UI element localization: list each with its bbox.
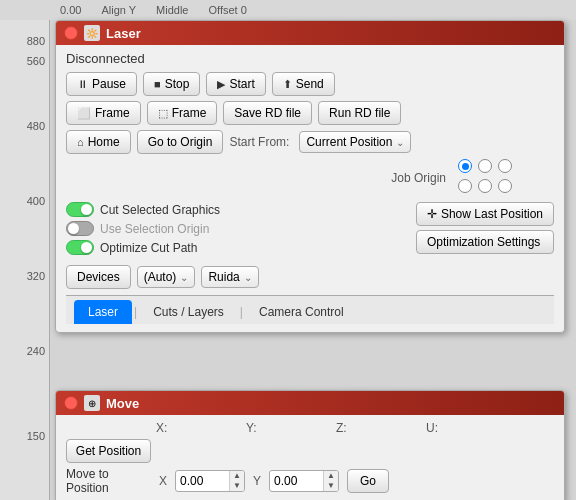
tab-laser[interactable]: Laser	[74, 300, 132, 324]
go-to-origin-button[interactable]: Go to Origin	[137, 130, 224, 154]
toggles-col: Cut Selected Graphics Use Selection Orig…	[66, 202, 408, 259]
ruler-label: 480	[27, 120, 45, 132]
ruler-label: 240	[27, 345, 45, 357]
start-from-select[interactable]: Current Position ⌄	[299, 131, 411, 153]
pause-button[interactable]: ⏸ Pause	[66, 72, 137, 96]
optimize-toggle-knob	[81, 242, 92, 253]
job-origin-radio-bot-mid[interactable]	[478, 179, 492, 193]
send-button[interactable]: ⬆ Send	[272, 72, 335, 96]
frame-button-row: ⬜ Frame ⬚ Frame Save RD file Run RD file	[66, 101, 554, 125]
job-origin-radio-top-left[interactable]	[458, 159, 472, 173]
move-to-position-label: Move to Position	[66, 467, 151, 495]
pause-icon: ⏸	[77, 78, 88, 90]
optimize-toggle-row: Optimize Cut Path	[66, 240, 408, 255]
x-move-input[interactable]: ▲ ▼	[175, 470, 245, 492]
laser-panel-icon: 🔆	[84, 25, 100, 41]
frame1-button[interactable]: ⬜ Frame	[66, 101, 141, 125]
y-move-arrows: ▲ ▼	[323, 471, 338, 491]
x-move-arrows: ▲ ▼	[229, 471, 244, 491]
move-titlebar: × ⊕ Move	[56, 391, 564, 415]
show-last-position-button[interactable]: ✛ Show Last Position	[416, 202, 554, 226]
x-move-label: X	[159, 474, 167, 488]
tab-divider: |	[134, 305, 137, 319]
top-bar-align: Align Y	[101, 4, 136, 16]
job-origin-row: Job Origin	[66, 159, 554, 197]
move-panel-title: Move	[106, 396, 139, 411]
u-col-label: U:	[426, 421, 496, 435]
y-move-up-arrow[interactable]: ▲	[324, 471, 338, 481]
frame2-button[interactable]: ⬚ Frame	[147, 101, 218, 125]
move-close-button[interactable]: ×	[64, 396, 78, 410]
y-move-input[interactable]: ▲ ▼	[269, 470, 339, 492]
tab-bar: Laser | Cuts / Layers | Camera Control	[66, 295, 554, 324]
ruler-label: 400	[27, 195, 45, 207]
x-move-down-arrow[interactable]: ▼	[230, 481, 244, 491]
devices-row: Devices (Auto) ⌄ Ruida ⌄	[66, 265, 554, 289]
top-bar-value: 0.00	[60, 4, 81, 16]
ruler: 880 560 480 400 320 240 150	[0, 0, 50, 500]
actions-col: ✛ Show Last Position Optimization Settin…	[416, 202, 554, 254]
z-col-label: Z:	[336, 421, 406, 435]
control-button-row: ⏸ Pause ■ Stop ▶ Start ⬆ Send	[66, 72, 554, 96]
job-origin-radio-bot-left[interactable]	[458, 179, 472, 193]
job-origin-radio-top-right[interactable]	[498, 159, 512, 173]
job-origin-radio-grid	[458, 159, 516, 197]
start-button[interactable]: ▶ Start	[206, 72, 265, 96]
start-icon: ▶	[217, 78, 225, 91]
home-origin-row: ⌂ Home Go to Origin Start From: Current …	[66, 130, 554, 154]
go-button[interactable]: Go	[347, 469, 389, 493]
ruler-label: 150	[27, 430, 45, 442]
laser-status: Disconnected	[66, 51, 554, 66]
move-to-position-row: Move to Position X ▲ ▼ Y ▲ ▼ Go	[66, 467, 554, 495]
move-panel: × ⊕ Move X: Y: Z: U: Get Position Move t…	[55, 390, 565, 500]
tab-cuts-layers[interactable]: Cuts / Layers	[139, 300, 238, 324]
laser-panel-title: Laser	[106, 26, 141, 41]
stop-button[interactable]: ■ Stop	[143, 72, 200, 96]
crosshair-icon: ✛	[427, 207, 437, 221]
ruler-label: 320	[27, 270, 45, 282]
frame-dotted-icon: ⬚	[158, 107, 168, 120]
use-selection-toggle-knob	[68, 223, 79, 234]
use-selection-label: Use Selection Origin	[100, 222, 209, 236]
x-move-up-arrow[interactable]: ▲	[230, 471, 244, 481]
ruler-label: 880	[27, 35, 45, 47]
run-rd-button[interactable]: Run RD file	[318, 101, 401, 125]
tab-camera-control[interactable]: Camera Control	[245, 300, 358, 324]
move-header-row: X: Y: Z: U:	[66, 421, 554, 435]
tab-divider2: |	[240, 305, 243, 319]
toggles-actions-area: Cut Selected Graphics Use Selection Orig…	[66, 202, 554, 259]
y-move-label: Y	[253, 474, 261, 488]
use-selection-toggle-row: Use Selection Origin	[66, 221, 408, 236]
home-button[interactable]: ⌂ Home	[66, 130, 131, 154]
auto-select[interactable]: (Auto) ⌄	[137, 266, 196, 288]
job-origin-radio-bot-right[interactable]	[498, 179, 512, 193]
laser-close-button[interactable]: ×	[64, 26, 78, 40]
save-rd-button[interactable]: Save RD file	[223, 101, 312, 125]
job-origin-radio-top-mid[interactable]	[478, 159, 492, 173]
cut-selected-toggle[interactable]	[66, 202, 94, 217]
devices-button[interactable]: Devices	[66, 265, 131, 289]
y-move-down-arrow[interactable]: ▼	[324, 481, 338, 491]
job-origin-label: Job Origin	[391, 171, 446, 185]
x-move-field[interactable]	[176, 474, 229, 488]
y-move-field[interactable]	[270, 474, 323, 488]
use-selection-toggle[interactable]	[66, 221, 94, 236]
get-position-button[interactable]: Get Position	[66, 439, 151, 463]
optimize-toggle[interactable]	[66, 240, 94, 255]
move-panel-body: X: Y: Z: U: Get Position Move to Positio…	[56, 415, 564, 500]
ruler-label: 560	[27, 55, 45, 67]
optimize-label: Optimize Cut Path	[100, 241, 197, 255]
ruida-select[interactable]: Ruida ⌄	[201, 266, 258, 288]
ruida-chevron-icon: ⌄	[244, 272, 252, 283]
home-icon: ⌂	[77, 136, 84, 148]
cut-selected-toggle-row: Cut Selected Graphics	[66, 202, 408, 217]
top-bar: 0.00 Align Y Middle Offset 0	[0, 0, 576, 20]
start-from-label: Start From:	[229, 135, 289, 149]
start-from-chevron-icon: ⌄	[396, 137, 404, 148]
auto-chevron-icon: ⌄	[180, 272, 188, 283]
x-col-label: X:	[156, 421, 226, 435]
top-bar-offset: Offset 0	[208, 4, 246, 16]
optimization-settings-button[interactable]: Optimization Settings	[416, 230, 554, 254]
laser-panel: × 🔆 Laser Disconnected ⏸ Pause ■ Stop ▶ …	[55, 20, 565, 333]
get-position-row: Get Position	[66, 439, 554, 463]
